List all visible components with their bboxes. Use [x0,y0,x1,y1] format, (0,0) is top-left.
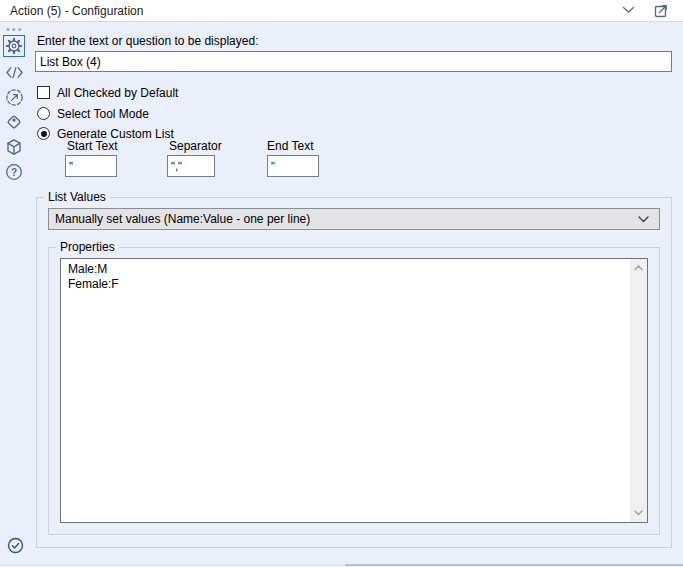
run-arrow-icon [5,88,24,107]
sidebar-tab-help[interactable]: ? [3,161,25,183]
properties-textarea[interactable]: Male:M Female:F [60,258,648,523]
radio-label: Select Tool Mode [57,107,149,121]
panel-title: Action (5) - Configuration [10,0,143,22]
popout-window-icon[interactable] [653,3,669,19]
bottom-divider-right [345,564,683,566]
bottom-divider-left [0,564,345,566]
all-checked-by-default-checkbox[interactable]: All Checked by Default [37,85,178,100]
list-values-group-label: List Values [44,190,110,204]
sidebar-tab-package[interactable] [3,136,25,158]
checkbox-label: All Checked by Default [57,86,178,100]
code-icon [5,65,24,80]
question-input[interactable] [35,51,672,72]
sidebar-tab-annotation[interactable] [3,61,25,83]
select-tool-mode-radio[interactable]: Select Tool Mode [37,106,149,121]
end-text-label: End Text [267,139,313,153]
chevron-down-icon [638,216,649,223]
list-values-dropdown[interactable]: Manually set values (Name:Value - one pe… [48,208,660,230]
tag-icon [5,113,23,131]
radio-selected-icon [37,127,50,140]
properties-text[interactable]: Male:M Female:F [61,259,629,522]
scroll-down-icon[interactable] [630,505,647,521]
panel-header: Action (5) - Configuration [0,0,683,22]
package-icon [5,138,23,156]
start-text-input[interactable] [65,155,117,177]
start-text-label: Start Text [67,139,117,153]
question-label: Enter the text or question to be display… [37,34,258,48]
scroll-up-icon[interactable] [630,260,647,276]
dropdown-selected-value: Manually set values (Name:Value - one pe… [55,212,638,226]
separator-input[interactable] [167,155,215,177]
vertical-scrollbar[interactable] [630,259,647,522]
radio-icon [37,107,50,120]
sidebar-tab-tag[interactable] [3,111,25,133]
separator-label: Separator [169,139,222,153]
properties-group-label: Properties [56,240,119,254]
end-text-input[interactable] [267,155,319,177]
sidebar-tab-test[interactable] [3,86,25,108]
gear-icon [5,37,23,55]
configuration-panel: Action (5) - Configuration ••• [0,0,683,567]
collapse-chevron-icon[interactable] [622,6,638,22]
sidebar-tab-configuration[interactable] [3,35,25,57]
sidebar-grip-dots-icon[interactable]: ••• [6,24,24,34]
help-icon: ? [5,163,23,181]
checkbox-icon [37,86,50,99]
valid-check-circle-icon [7,537,24,554]
svg-text:?: ? [11,167,17,178]
